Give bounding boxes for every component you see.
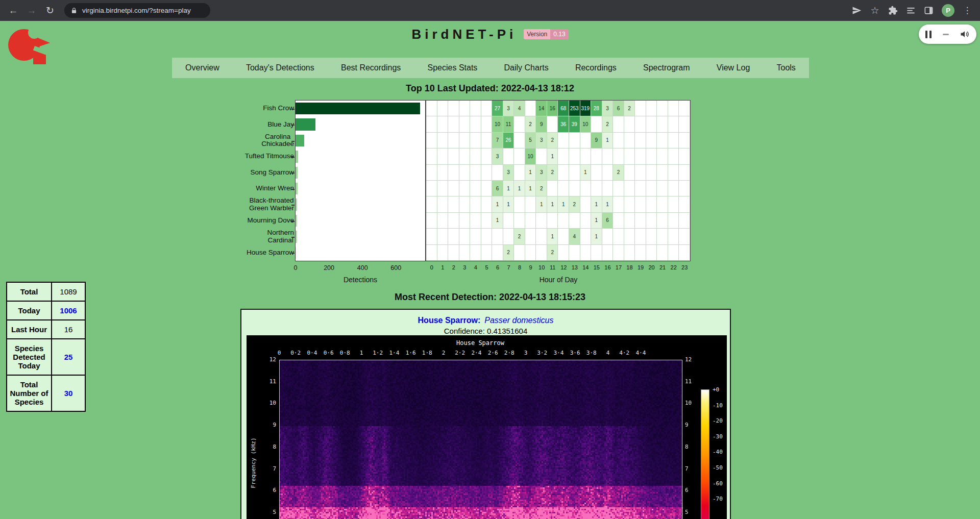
heatmap-cell bbox=[470, 133, 481, 149]
heatmap-cell bbox=[503, 149, 514, 164]
spectrogram-freq-tick-right: 11 bbox=[685, 378, 692, 385]
scientific-name-link[interactable]: Passer domesticus bbox=[484, 316, 553, 325]
heatmap-cell: 4 bbox=[514, 101, 525, 116]
spectrogram-time-tick: 2·8 bbox=[504, 350, 514, 356]
profile-avatar[interactable]: P bbox=[942, 4, 954, 17]
species-label-black-throated-green-warbler: Black-throated Green Warbler bbox=[197, 196, 294, 212]
heatmap-cell bbox=[558, 229, 569, 244]
heatmap-cell: 1 bbox=[591, 196, 602, 212]
heatmap-cell bbox=[437, 229, 449, 244]
heatmap-cell: 11 bbox=[503, 116, 514, 132]
heatmap-cell bbox=[536, 229, 547, 244]
heatmap-cell bbox=[437, 165, 449, 181]
heatmap-cell bbox=[657, 116, 668, 132]
recent-heading: Most Recent Detection: 2022-04-13 18:15:… bbox=[0, 292, 980, 303]
heatmap-cell bbox=[481, 181, 493, 196]
heatmap-cell: 1 bbox=[503, 196, 514, 212]
heatmap-cell bbox=[459, 196, 471, 212]
heatmap-cell: 2 bbox=[514, 229, 525, 244]
bookmark-star-icon[interactable]: ☆ bbox=[870, 3, 880, 19]
heatmap-cell: 1 bbox=[492, 196, 503, 212]
spectrogram-freq-tick-right: 5 bbox=[685, 509, 689, 515]
heatmap-cell bbox=[668, 229, 679, 244]
species-label-carolina-chickadee: Carolina Chickadee bbox=[197, 133, 294, 149]
nav-item-tools[interactable]: Tools bbox=[777, 63, 796, 72]
heatmap-cell bbox=[426, 101, 437, 116]
nav-item-today-s-detections[interactable]: Today's Detections bbox=[246, 63, 314, 72]
audio-player[interactable] bbox=[919, 24, 976, 44]
hour-axis-tick: 15 bbox=[594, 264, 600, 270]
heatmap-cell bbox=[448, 245, 459, 261]
spectrogram-title: House Sparrow bbox=[456, 339, 504, 347]
mute-button[interactable] bbox=[960, 29, 970, 39]
heatmap-cell bbox=[426, 196, 437, 212]
nav-item-recordings[interactable]: Recordings bbox=[575, 63, 617, 72]
nav-item-species-stats[interactable]: Species Stats bbox=[428, 63, 478, 72]
heatmap-cell bbox=[470, 165, 481, 181]
heatmap-cell bbox=[569, 133, 580, 149]
species-label-house-sparrow: House Sparrow bbox=[197, 245, 294, 261]
heatmap-cell bbox=[580, 196, 592, 212]
heatmap-cell: 1 bbox=[514, 181, 525, 196]
browser-menu-icon[interactable]: ⋮ bbox=[963, 3, 972, 19]
pause-button[interactable] bbox=[925, 31, 932, 38]
heatmap-cell: 1 bbox=[525, 165, 536, 181]
spectrogram-freq-tick-right: 10 bbox=[685, 400, 692, 406]
species-axis-tick bbox=[291, 237, 295, 238]
summary-value[interactable]: 30 bbox=[52, 375, 85, 411]
forward-button[interactable]: → bbox=[23, 3, 40, 19]
spectrogram-freq-tick-left: 12 bbox=[247, 356, 276, 363]
heatmap-cell bbox=[448, 181, 459, 196]
heatmap-cell bbox=[514, 245, 525, 261]
hour-axis-tick: 0 bbox=[430, 264, 433, 270]
heatmap-cell bbox=[602, 149, 614, 164]
heatmap-cell: 1 bbox=[591, 213, 602, 229]
send-icon[interactable] bbox=[852, 6, 862, 15]
species-axis-tick bbox=[291, 125, 295, 126]
spectrogram-freq-tick-left: 8 bbox=[247, 443, 276, 450]
nav-item-view-log[interactable]: View Log bbox=[717, 63, 750, 72]
spectrogram: House Sparrow Frequency (kHz) 00·20·40·6… bbox=[247, 335, 727, 519]
nav-item-overview[interactable]: Overview bbox=[185, 63, 219, 72]
toolbar-actions: ☆ P ⋮ bbox=[852, 3, 972, 19]
heatmap-cell: 319 bbox=[580, 101, 592, 116]
heatmap-cell bbox=[459, 101, 471, 116]
heatmap-cell bbox=[679, 149, 690, 164]
heatmap-cell bbox=[547, 116, 558, 132]
spectrogram-time-tick: 3·8 bbox=[586, 350, 597, 356]
reading-list-icon[interactable] bbox=[906, 6, 916, 15]
side-panel-icon[interactable] bbox=[924, 6, 934, 15]
heatmap-cell bbox=[657, 149, 668, 164]
colorbar-tick: -20 bbox=[713, 417, 723, 424]
nav-item-daily-charts[interactable]: Daily Charts bbox=[504, 63, 549, 72]
heatmap-cell bbox=[646, 213, 657, 229]
summary-value[interactable]: 1006 bbox=[52, 301, 85, 320]
heatmap-cell bbox=[613, 116, 624, 132]
back-button[interactable]: ← bbox=[5, 3, 21, 19]
hour-axis-tick: 16 bbox=[604, 264, 610, 270]
heatmap-cell: 3 bbox=[536, 165, 547, 181]
nav-item-spectrogram[interactable]: Spectrogram bbox=[643, 63, 690, 72]
hour-axis-tick: 7 bbox=[507, 264, 510, 270]
spectrogram-canvas bbox=[280, 360, 683, 519]
species-label-winter-wren: Winter Wren bbox=[197, 181, 294, 196]
heatmap-cell: 1 bbox=[547, 196, 558, 212]
extensions-icon[interactable] bbox=[888, 6, 898, 15]
spectrogram-freq-tick-left: 7 bbox=[247, 465, 276, 472]
heatmap-cell bbox=[536, 149, 547, 164]
heatmap-cell bbox=[459, 165, 471, 181]
top10-heading: Top 10 Last Updated: 2022-04-13 18:12 bbox=[0, 83, 980, 94]
species-axis-tick bbox=[291, 141, 295, 142]
heatmap-cell bbox=[459, 229, 471, 244]
summary-value[interactable]: 25 bbox=[52, 339, 85, 375]
heatmap-cell bbox=[624, 181, 635, 196]
nav-item-best-recordings[interactable]: Best Recordings bbox=[341, 63, 401, 72]
species-label-blue-jay: Blue Jay bbox=[197, 116, 294, 132]
site-info-lock-icon[interactable] bbox=[70, 7, 78, 14]
species-link[interactable]: House Sparrow: bbox=[418, 316, 481, 325]
reload-button[interactable]: ↻ bbox=[42, 3, 58, 19]
player-timeline[interactable] bbox=[943, 34, 949, 35]
address-bar[interactable]: virginia.birdnetpi.com/?stream=play bbox=[64, 3, 210, 18]
hour-axis-tick: 22 bbox=[671, 264, 677, 270]
heatmap-cell bbox=[459, 149, 471, 164]
